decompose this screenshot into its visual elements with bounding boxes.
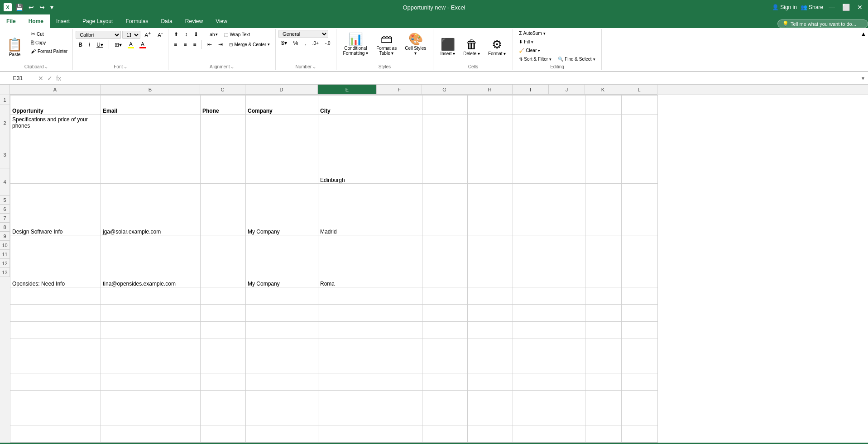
cell-a6[interactable] xyxy=(10,304,101,321)
cell-i5[interactable] xyxy=(513,287,549,304)
cell-c9[interactable] xyxy=(201,356,246,373)
cell-i7[interactable] xyxy=(513,321,549,339)
cell-a7[interactable] xyxy=(10,321,101,339)
delete-button[interactable]: 🗑 Delete ▾ xyxy=(460,33,483,62)
col-header-a[interactable]: A xyxy=(10,85,101,95)
row-num-2[interactable]: 2 xyxy=(0,105,10,141)
cell-e1[interactable]: City xyxy=(318,95,377,115)
row-num-5[interactable]: 5 xyxy=(0,196,10,205)
cell-k7[interactable] xyxy=(585,321,622,339)
cell-g11[interactable] xyxy=(422,391,468,408)
cell-f13[interactable] xyxy=(377,425,422,442)
merge-center-button[interactable]: ⊡ Merge & Center ▾ xyxy=(226,41,273,48)
cell-l13[interactable] xyxy=(622,425,658,442)
cell-e4[interactable]: Roma xyxy=(318,235,377,287)
copy-button[interactable]: ⎘ Copy xyxy=(29,38,70,47)
comma-button[interactable]: , xyxy=(302,39,308,47)
insert-button[interactable]: ⬛ Insert ▾ xyxy=(437,33,458,62)
cell-e12[interactable] xyxy=(318,408,377,425)
undo-qat-button[interactable]: ↩ xyxy=(27,3,36,12)
cell-l8[interactable] xyxy=(622,339,658,356)
col-header-c[interactable]: C xyxy=(200,85,245,95)
cell-l11[interactable] xyxy=(622,391,658,408)
cell-f6[interactable] xyxy=(377,304,422,321)
sort-filter-button[interactable]: ⇅ Sort & Filter ▾ xyxy=(517,56,554,62)
cell-l5[interactable] xyxy=(622,287,658,304)
cell-b2[interactable] xyxy=(101,114,201,183)
cell-h5[interactable] xyxy=(468,287,513,304)
cell-d8[interactable] xyxy=(246,339,318,356)
tab-review[interactable]: Review xyxy=(179,14,209,28)
cell-i11[interactable] xyxy=(513,391,549,408)
cell-b11[interactable] xyxy=(101,391,201,408)
cell-j10[interactable] xyxy=(549,373,585,391)
cell-i2[interactable] xyxy=(513,114,549,183)
corner-cell[interactable] xyxy=(0,85,10,95)
cell-h10[interactable] xyxy=(468,373,513,391)
format-as-table-button[interactable]: 🗃 Format asTable ▾ xyxy=(373,30,400,59)
share-button[interactable]: 👥 Share xyxy=(801,4,823,10)
cell-f1[interactable] xyxy=(377,95,422,115)
cell-a3[interactable]: Design Software Info xyxy=(10,183,101,235)
more-qat-button[interactable]: ▾ xyxy=(48,3,55,12)
cell-e10[interactable] xyxy=(318,373,377,391)
tab-file[interactable]: File xyxy=(0,14,22,28)
formula-input[interactable] xyxy=(63,75,858,81)
tell-me-box[interactable]: 💡 Tell me what you want to do... xyxy=(777,19,868,28)
cell-b6[interactable] xyxy=(101,304,201,321)
increase-decimal-button[interactable]: .0+ xyxy=(310,40,321,47)
cell-d1[interactable]: Company xyxy=(246,95,318,115)
cell-reference-input[interactable] xyxy=(0,75,36,81)
cell-f7[interactable] xyxy=(377,321,422,339)
cell-f2[interactable] xyxy=(377,114,422,183)
tab-data[interactable]: Data xyxy=(154,14,178,28)
border-button[interactable]: ⊞▾ xyxy=(112,41,125,49)
cell-b5[interactable] xyxy=(101,287,201,304)
cell-k8[interactable] xyxy=(585,339,622,356)
cell-h4[interactable] xyxy=(468,235,513,287)
cell-a2[interactable]: Specifications and price of your phones xyxy=(10,114,101,183)
cell-j4[interactable] xyxy=(549,235,585,287)
cell-c3[interactable] xyxy=(201,183,246,235)
decrease-font-size-button[interactable]: A- xyxy=(155,30,165,39)
bold-button[interactable]: B xyxy=(76,41,85,49)
cell-g9[interactable] xyxy=(422,356,468,373)
cell-a13[interactable] xyxy=(10,425,101,442)
row-num-4[interactable]: 4 xyxy=(0,168,10,196)
cell-i13[interactable] xyxy=(513,425,549,442)
cell-c2[interactable] xyxy=(201,114,246,183)
save-qat-button[interactable]: 💾 xyxy=(14,3,25,12)
cell-h3[interactable] xyxy=(468,183,513,235)
cell-c7[interactable] xyxy=(201,321,246,339)
tab-formulas[interactable]: Formulas xyxy=(119,14,154,28)
row-num-9[interactable]: 9 xyxy=(0,232,10,241)
cell-j12[interactable] xyxy=(549,408,585,425)
cell-a10[interactable] xyxy=(10,373,101,391)
cell-e8[interactable] xyxy=(318,339,377,356)
align-left-button[interactable]: ≡ xyxy=(171,40,180,48)
cell-l7[interactable] xyxy=(622,321,658,339)
cell-i1[interactable] xyxy=(513,95,549,115)
tab-home[interactable]: Home xyxy=(22,14,50,28)
cell-i6[interactable] xyxy=(513,304,549,321)
cell-c10[interactable] xyxy=(201,373,246,391)
cell-i10[interactable] xyxy=(513,373,549,391)
col-header-j[interactable]: J xyxy=(549,85,585,95)
cell-e2[interactable]: Edinburgh xyxy=(318,114,377,183)
redo-qat-button[interactable]: ↪ xyxy=(38,3,47,12)
decrease-decimal-button[interactable]: -.0 xyxy=(322,40,333,47)
col-header-f[interactable]: F xyxy=(377,85,422,95)
cell-l2[interactable] xyxy=(622,114,658,183)
cell-b13[interactable] xyxy=(101,425,201,442)
align-middle-button[interactable]: ↕ xyxy=(182,30,190,38)
cell-g1[interactable] xyxy=(422,95,468,115)
align-bottom-button[interactable]: ⬇ xyxy=(191,30,201,38)
cell-j7[interactable] xyxy=(549,321,585,339)
cell-h2[interactable] xyxy=(468,114,513,183)
cell-l1[interactable] xyxy=(622,95,658,115)
cell-e6[interactable] xyxy=(318,304,377,321)
cell-d10[interactable] xyxy=(246,373,318,391)
cell-j8[interactable] xyxy=(549,339,585,356)
currency-button[interactable]: $▾ xyxy=(278,39,290,47)
row-num-1[interactable]: 1 xyxy=(0,95,10,105)
